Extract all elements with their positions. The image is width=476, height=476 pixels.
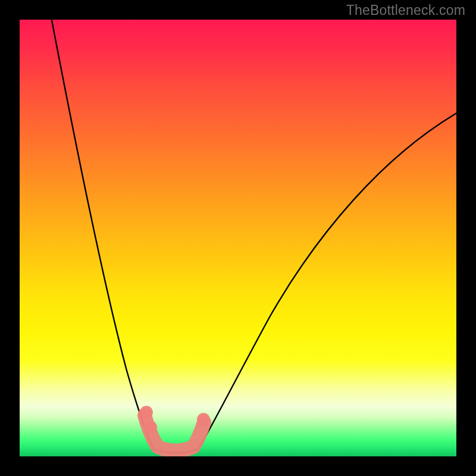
curve-layer xyxy=(20,20,456,456)
curve-left-branch xyxy=(49,20,154,449)
marker-dot xyxy=(144,421,157,434)
curve-right-branch xyxy=(198,112,456,449)
marker-dot xyxy=(140,406,153,419)
plot-area xyxy=(20,20,456,456)
watermark-text: TheBottleneck.com xyxy=(346,2,465,18)
marker-dot xyxy=(197,413,210,426)
chart-frame: TheBottleneck.com xyxy=(0,0,476,476)
